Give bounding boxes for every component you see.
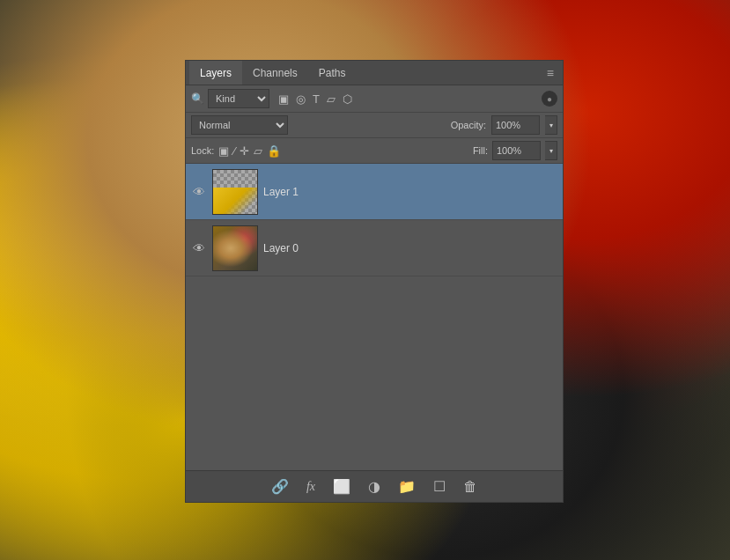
tab-channels[interactable]: Channels (242, 61, 308, 85)
link-layers-icon[interactable]: 🔗 (268, 476, 292, 497)
filter-icons: ▣ ◎ T ▱ ⬡ (277, 92, 354, 107)
shape-filter-icon[interactable]: ▱ (325, 92, 337, 107)
layer-visibility-icon[interactable]: 👁 (191, 241, 207, 255)
tab-layers[interactable]: Layers (189, 61, 242, 85)
kind-dropdown[interactable]: Kind Name Effect Mode Attribute Color (208, 89, 269, 108)
layer-name: Layer 0 (263, 242, 557, 254)
delete-layer-icon[interactable]: 🗑 (460, 477, 481, 497)
text-filter-icon[interactable]: T (311, 92, 321, 107)
bottom-toolbar: 🔗 fx ⬜ ◑ 📁 ☐ 🗑 (186, 470, 563, 502)
layer-item[interactable]: 👁 Layer 1 (186, 164, 563, 220)
blend-mode-dropdown[interactable]: Normal Dissolve Multiply Screen Overlay (191, 115, 288, 135)
lock-all-icon[interactable]: 🔒 (267, 144, 281, 158)
layer-thumbnail-image (213, 226, 257, 270)
opacity-dropdown-icon[interactable]: ▾ (545, 115, 557, 135)
search-icon: 🔍 (191, 92, 204, 105)
tab-bar: Layers Channels Paths ≡ (186, 61, 563, 85)
layer-item[interactable]: 👁 Layer 0 (186, 220, 563, 276)
adjustment-layer-icon[interactable]: ◑ (365, 476, 384, 497)
adjust-filter-icon[interactable]: ◎ (294, 92, 307, 107)
layer-thumbnail (212, 169, 258, 215)
blend-row: Normal Dissolve Multiply Screen Overlay … (186, 113, 563, 138)
pixel-filter-icon[interactable]: ▣ (277, 92, 291, 107)
fx-icon[interactable]: fx (303, 478, 319, 496)
panel-menu-icon[interactable]: ≡ (542, 66, 559, 80)
filter-toggle[interactable]: ● (542, 91, 557, 107)
opacity-value[interactable]: 100% (491, 115, 540, 135)
tab-paths[interactable]: Paths (308, 61, 357, 85)
new-layer-icon[interactable]: ☐ (430, 476, 449, 497)
layer-visibility-icon[interactable]: 👁 (191, 185, 207, 199)
fill-value[interactable]: 100% (492, 141, 541, 160)
add-mask-icon[interactable]: ⬜ (329, 476, 354, 497)
lock-artboard-icon[interactable]: ▱ (254, 144, 262, 158)
lock-paint-icon[interactable]: ∕ (233, 144, 235, 158)
opacity-label: Opacity: (451, 120, 486, 130)
fill-label: Fill: (473, 145, 488, 156)
filter-bar: 🔍 Kind Name Effect Mode Attribute Color … (186, 85, 563, 113)
layers-list: 👁 Layer 1 👁 Layer 0 (186, 164, 563, 470)
fill-dropdown-icon[interactable]: ▾ (545, 141, 557, 160)
layer-thumbnail (212, 225, 258, 271)
lock-label: Lock: (191, 145, 214, 156)
layers-panel: Layers Channels Paths ≡ 🔍 Kind Name Effe… (185, 60, 564, 503)
layers-empty-area (186, 276, 563, 470)
smart-filter-icon[interactable]: ⬡ (341, 92, 354, 107)
layer-thumbnail-image (213, 170, 257, 214)
lock-move-icon[interactable]: ✛ (240, 144, 249, 158)
lock-transparent-icon[interactable]: ▣ (218, 144, 229, 158)
group-layers-icon[interactable]: 📁 (394, 476, 419, 497)
layer-name: Layer 1 (263, 186, 557, 198)
lock-row: Lock: ▣ ∕ ✛ ▱ 🔒 Fill: 100% ▾ (186, 138, 563, 164)
